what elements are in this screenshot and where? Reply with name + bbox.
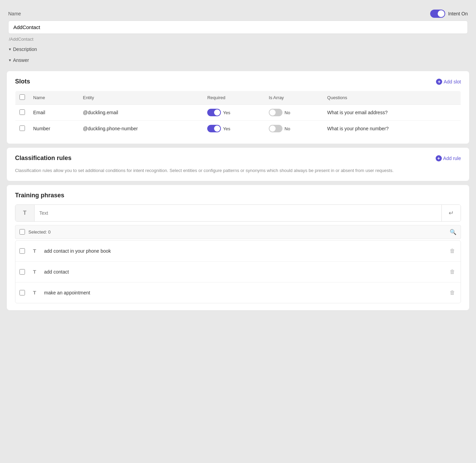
phrase-text-input[interactable] bbox=[35, 206, 441, 220]
slots-table: Name Entity Required Is Array Questions … bbox=[15, 91, 461, 137]
intent-on-label: Intent On bbox=[448, 11, 468, 16]
phrase-text-1: add contact in your phone book bbox=[44, 248, 444, 254]
search-phrases-button[interactable]: 🔍 bbox=[450, 229, 457, 235]
phrase-t-icon-2: T bbox=[29, 266, 40, 277]
add-rule-button[interactable]: + Add rule bbox=[436, 155, 461, 161]
description-label: Description bbox=[13, 47, 37, 52]
name-label: Name bbox=[8, 11, 21, 16]
select-all-phrases-checkbox[interactable] bbox=[19, 229, 25, 235]
col-isarray: Is Array bbox=[265, 91, 323, 105]
enter-button[interactable]: ↵ bbox=[441, 205, 461, 221]
add-rule-icon: + bbox=[436, 155, 442, 161]
top-section: Name Intent On /AddContact ▾ Description… bbox=[7, 7, 469, 71]
answer-label: Answer bbox=[13, 57, 29, 63]
slot-entity-number: @duckling.phone-number bbox=[79, 121, 203, 137]
list-item: T add contact in your phone book 🗑 bbox=[15, 241, 461, 262]
name-row: Name Intent On bbox=[8, 10, 468, 18]
phrase-t-icon-3: T bbox=[29, 287, 40, 298]
selected-row: Selected: 0 🔍 bbox=[15, 225, 461, 239]
description-collapsible[interactable]: ▾ Description bbox=[8, 44, 468, 55]
select-all-checkbox[interactable] bbox=[19, 94, 25, 100]
intent-toggle-row: Intent On bbox=[430, 10, 468, 18]
classification-header: Classification rules + Add rule bbox=[15, 155, 461, 162]
array-label-number: No bbox=[285, 126, 290, 131]
phrase-checkbox-1[interactable] bbox=[19, 248, 25, 254]
classification-title: Classification rules bbox=[15, 155, 71, 162]
row-checkbox-number[interactable] bbox=[19, 125, 25, 131]
array-toggle-email[interactable] bbox=[269, 109, 282, 116]
phrase-checkbox-2[interactable] bbox=[19, 269, 25, 275]
slot-name-number: Number bbox=[29, 121, 79, 137]
required-label-email: Yes bbox=[223, 110, 230, 115]
add-slot-button[interactable]: + Add slot bbox=[436, 79, 461, 85]
phrase-t-icon-1: T bbox=[29, 246, 40, 256]
answer-chevron-icon: ▾ bbox=[9, 58, 11, 63]
array-cell-email: No bbox=[269, 109, 319, 116]
list-item: T make an appointment 🗑 bbox=[15, 282, 461, 303]
required-cell-email: Yes bbox=[207, 109, 261, 116]
phrase-text-3: make an appointment bbox=[44, 290, 444, 295]
slots-card: Slots + Add slot Name Entity Required Is… bbox=[7, 71, 469, 144]
required-cell-number: Yes bbox=[207, 125, 261, 132]
description-chevron-icon: ▾ bbox=[9, 47, 11, 52]
col-name: Name bbox=[29, 91, 79, 105]
main-container: Name Intent On /AddContact ▾ Description… bbox=[4, 4, 472, 317]
answer-collapsible[interactable]: ▾ Answer bbox=[8, 55, 468, 66]
selected-count: Selected: 0 bbox=[28, 229, 51, 235]
slot-name-email: Email bbox=[29, 105, 79, 121]
name-input[interactable] bbox=[8, 21, 468, 34]
array-toggle-number[interactable] bbox=[269, 125, 282, 132]
question-email: What is your email address? bbox=[323, 105, 461, 121]
slots-header: Slots + Add slot bbox=[15, 78, 461, 85]
add-slot-label: Add slot bbox=[444, 79, 461, 84]
training-phrases-header: Training phrases bbox=[15, 192, 461, 199]
training-phrases-card: Training phrases T ↵ Selected: 0 🔍 T add… bbox=[7, 185, 469, 310]
phrase-text-2: add contact bbox=[44, 269, 444, 275]
phrase-checkbox-3[interactable] bbox=[19, 290, 25, 295]
intent-toggle[interactable] bbox=[430, 10, 445, 18]
question-number: What is your phone number? bbox=[323, 121, 461, 137]
array-label-email: No bbox=[285, 110, 290, 115]
delete-phrase-2[interactable]: 🗑 bbox=[448, 267, 457, 276]
selected-left: Selected: 0 bbox=[19, 229, 51, 235]
t-icon: T bbox=[15, 205, 35, 221]
delete-phrase-3[interactable]: 🗑 bbox=[448, 288, 457, 297]
table-header-row: Name Entity Required Is Array Questions bbox=[15, 91, 461, 105]
required-toggle-email[interactable] bbox=[207, 109, 221, 116]
required-toggle-number[interactable] bbox=[207, 125, 221, 132]
phrases-list: T add contact in your phone book 🗑 T add… bbox=[15, 240, 461, 303]
table-row: Number @duckling.phone-number Yes No bbox=[15, 121, 461, 137]
slot-entity-email: @duckling.email bbox=[79, 105, 203, 121]
training-phrases-title: Training phrases bbox=[15, 192, 64, 199]
delete-phrase-1[interactable]: 🗑 bbox=[448, 247, 457, 255]
col-required: Required bbox=[203, 91, 265, 105]
classification-description: Classification rules allow you to set ad… bbox=[15, 167, 461, 174]
col-entity: Entity bbox=[79, 91, 203, 105]
col-questions: Questions bbox=[323, 91, 461, 105]
classification-rules-card: Classification rules + Add rule Classifi… bbox=[7, 148, 469, 181]
list-item: T add contact 🗑 bbox=[15, 262, 461, 282]
row-checkbox-email[interactable] bbox=[19, 109, 25, 115]
slots-title: Slots bbox=[15, 78, 30, 85]
required-label-number: Yes bbox=[223, 126, 230, 131]
add-rule-label: Add rule bbox=[443, 156, 461, 161]
phrase-input-row: T ↵ bbox=[15, 204, 461, 222]
toggle-knob bbox=[438, 10, 445, 17]
array-cell-number: No bbox=[269, 125, 319, 132]
table-row: Email @duckling.email Yes No bbox=[15, 105, 461, 121]
add-slot-icon: + bbox=[436, 79, 442, 85]
path-label: /AddContact bbox=[8, 37, 468, 42]
